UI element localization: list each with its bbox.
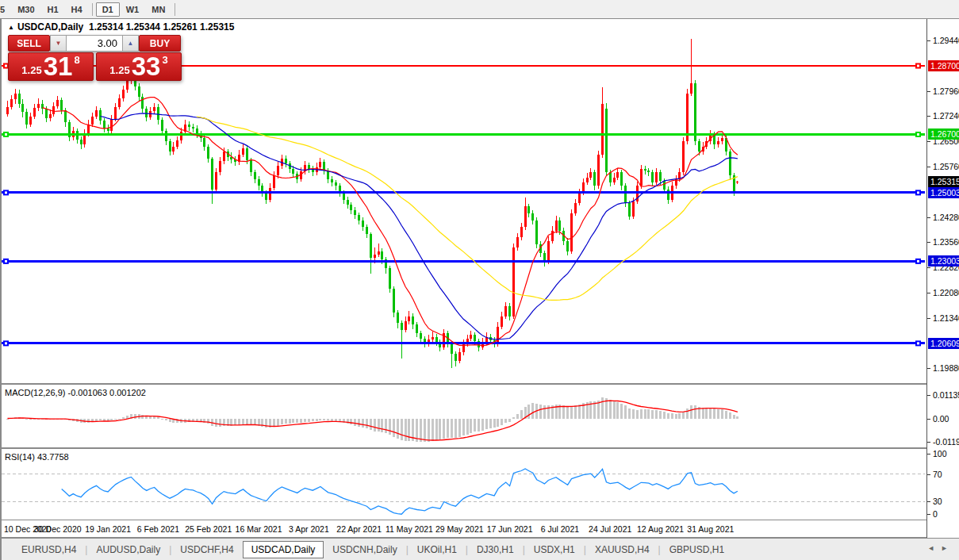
buy-price-button[interactable]: 1.25 33 3 <box>96 52 182 81</box>
axis-tick-label: 1.21340 <box>933 313 959 323</box>
tab-gbpusd-h1[interactable]: GBPUSD,H1 <box>661 541 733 558</box>
axis-tick-label: 1.24280 <box>933 213 959 222</box>
tab-usdchf-h4[interactable]: USDCHF,H4 <box>171 541 242 558</box>
axis-tick-label: 100 <box>933 449 947 458</box>
buy-button[interactable]: BUY <box>139 35 181 52</box>
date-tick-label: 22 Apr 2021 <box>336 524 382 534</box>
chart-quote-line: 1.25314 1.25344 1.25261 1.25315 <box>89 21 235 33</box>
axis-tick-mark <box>927 167 930 167</box>
axis-tick-mark <box>927 395 930 396</box>
axis-tick-label: 0.00 <box>933 414 949 424</box>
date-tick-label: 29 May 2021 <box>435 524 484 534</box>
date-tick-label: 6 Jul 2021 <box>541 524 579 534</box>
date-axis: 10 Dec 202030 Dec 202019 Jan 20216 Feb 2… <box>2 521 926 538</box>
tab-audusd-daily[interactable]: AUDUSD,Daily <box>87 541 169 558</box>
macd-label: MACD(12,26,9) -0.001063 0.001202 <box>5 388 146 397</box>
tab-ukoil-h1[interactable]: UKOil,H1 <box>409 541 466 558</box>
axis-tick-mark <box>927 454 930 455</box>
axis-tick-label: 1.27240 <box>933 111 959 121</box>
tab-usdx-h1[interactable]: USDX,H1 <box>525 541 584 558</box>
tab-usdcad-daily[interactable]: USDCAD,Daily <box>243 541 324 558</box>
price-axis: 1.294401.279601.272401.265001.257601.242… <box>926 19 959 538</box>
axis-tick-label: 1.29440 <box>933 36 959 45</box>
toolbar-separator <box>175 3 175 16</box>
tab-scroll-arrows[interactable]: ◄► <box>927 544 954 552</box>
timeframe-button-5[interactable]: 5 <box>0 2 11 17</box>
timeframe-button-h4[interactable]: H4 <box>65 2 89 17</box>
tab-usdcnh-daily[interactable]: USDCNH,Daily <box>324 541 405 558</box>
timeframe-button-d1[interactable]: D1 <box>96 2 120 17</box>
axis-tick-mark <box>927 91 930 92</box>
buy-price-base: 1.25 <box>109 64 129 76</box>
axis-tick-mark <box>927 217 930 218</box>
sell-price-main: 31 <box>44 55 73 79</box>
date-tick-label: 17 Jun 2021 <box>487 524 533 534</box>
axis-tick-mark <box>927 293 930 293</box>
axis-tick-mark <box>927 419 930 420</box>
timeframe-button-h1[interactable]: H1 <box>41 2 65 17</box>
macd-indicator-pane[interactable]: MACD(12,26,9) -0.001063 0.001202 <box>2 386 926 449</box>
axis-tick-label: 0.01135 <box>933 390 959 400</box>
timeframe-toolbar: 5M30H1H4D1W1MN <box>0 0 959 19</box>
rsi-label: RSI(14) 43.7758 <box>5 452 69 462</box>
price-chart-pane[interactable]: ▲USDCAD,Daily 1.25314 1.25344 1.25261 1.… <box>2 19 926 385</box>
tab-dj30-h1[interactable]: DJ30,H1 <box>468 541 523 558</box>
date-tick-label: 6 Feb 2021 <box>137 524 179 534</box>
date-tick-label: 19 Jan 2021 <box>85 524 131 534</box>
price-level-badge: 1.28700 <box>928 60 959 71</box>
axis-tick-mark <box>927 141 930 142</box>
axis-tick-label: 1.23560 <box>933 237 959 247</box>
tab-eurusd-h4[interactable]: EURUSD,H4 <box>13 541 85 558</box>
axis-tick-mark <box>927 501 930 502</box>
tab-scroll-left-icon[interactable]: ◄ <box>927 544 941 552</box>
axis-tick-label: 0 <box>933 509 938 519</box>
axis-tick-mark <box>927 242 930 243</box>
axis-tick-mark <box>927 368 930 369</box>
axis-tick-label: 70 <box>933 470 942 479</box>
axis-tick-label: 1.25760 <box>933 162 959 171</box>
sell-price-pip: 8 <box>74 54 79 66</box>
buy-price-main: 33 <box>132 55 161 79</box>
chart-tab-bar: EURUSD,H4|AUDUSD,Daily|USDCHF,H4USDCAD,D… <box>2 538 959 560</box>
sell-button[interactable]: SELL <box>8 35 50 52</box>
axis-tick-mark <box>927 318 930 319</box>
timeframe-button-w1[interactable]: W1 <box>120 2 146 17</box>
axis-tick-mark <box>927 514 930 515</box>
date-tick-label: 3 Apr 2021 <box>289 524 329 534</box>
axis-tick-mark <box>927 267 930 268</box>
price-level-badge: 1.25315 <box>928 176 959 187</box>
axis-tick-label: 30 <box>933 497 942 506</box>
collapse-triangle-icon[interactable]: ▲ <box>8 24 14 31</box>
chart-symbol-label: USDCAD,Daily <box>17 21 83 33</box>
axis-tick-mark <box>927 40 930 41</box>
volume-input[interactable] <box>67 35 122 52</box>
chart-title: ▲USDCAD,Daily 1.25314 1.25344 1.25261 1.… <box>8 21 234 33</box>
date-tick-label: 31 Aug 2021 <box>687 524 734 534</box>
one-click-trading-panel: SELL ▼ ▲ BUY 1.25 31 8 1.25 33 3 <box>8 35 182 81</box>
date-tick-label: 30 Dec 2020 <box>34 524 82 534</box>
volume-decrease-button[interactable]: ▼ <box>50 35 67 52</box>
date-tick-label: 11 May 2021 <box>386 524 433 534</box>
date-tick-label: 16 Mar 2021 <box>236 524 282 534</box>
tab-scroll-right-icon[interactable]: ► <box>941 544 954 552</box>
timeframe-button-mn[interactable]: MN <box>145 2 171 17</box>
axis-tick-mark <box>927 116 930 117</box>
axis-tick-label: -0.01190 <box>933 437 959 447</box>
chart-window: ▲USDCAD,Daily 1.25314 1.25344 1.25261 1.… <box>0 19 959 560</box>
volume-increase-button[interactable]: ▲ <box>122 35 139 52</box>
date-tick-label: 24 Jul 2021 <box>589 524 631 534</box>
timeframe-button-m30[interactable]: M30 <box>11 2 40 17</box>
date-tick-label: 25 Feb 2021 <box>185 524 232 534</box>
price-level-badge: 1.26700 <box>928 128 959 140</box>
buy-price-pip: 3 <box>162 54 167 66</box>
axis-tick-mark <box>927 442 930 443</box>
sell-price-base: 1.25 <box>21 64 41 76</box>
rsi-indicator-pane[interactable]: RSI(14) 43.7758 <box>2 451 926 520</box>
axis-tick-label: 1.19880 <box>933 363 959 373</box>
price-level-badge: 1.20609 <box>928 338 959 349</box>
toolbar-separator <box>92 3 93 16</box>
price-level-badge: 1.23003 <box>928 255 959 267</box>
sell-price-button[interactable]: 1.25 31 8 <box>8 52 94 81</box>
tab-xauusd-h4[interactable]: XAUUSD,H4 <box>586 541 658 558</box>
rsi-canvas[interactable] <box>2 451 926 520</box>
